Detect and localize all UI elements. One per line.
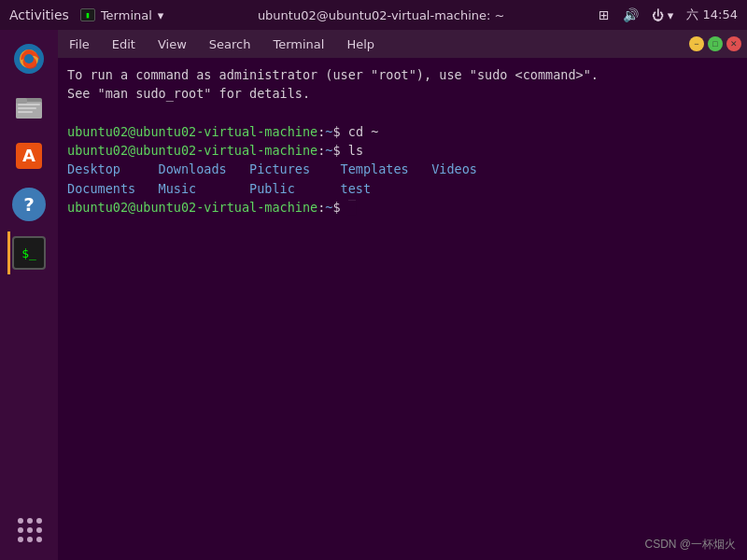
apps-grid-icon [12, 512, 46, 546]
sidebar-item-terminal[interactable]: $_ [7, 231, 50, 274]
topbar-left: Activities ▮ Terminal ▾ [9, 7, 163, 22]
sidebar-item-help[interactable]: ? [7, 183, 50, 226]
terminal-icon: $_ [12, 236, 46, 270]
watermark: CSDN @一杯烟火 [644, 536, 736, 553]
svg-rect-7 [18, 107, 36, 109]
window-maximize-button[interactable]: □ [708, 36, 723, 51]
window-close-button[interactable]: ✕ [726, 36, 741, 51]
terminal-window: File Edit View Search Terminal Help − □ … [58, 30, 747, 560]
cursor: █ [348, 200, 356, 215]
terminal-label: Terminal [101, 8, 152, 22]
window-minimize-button[interactable]: − [689, 36, 704, 51]
intro-line-1: To run a command as administrator (user … [67, 65, 738, 84]
topbar-right: ⊞ 🔊 ⏻ ▾ 六 14:54 [599, 7, 738, 23]
svg-rect-8 [18, 111, 33, 113]
volume-icon[interactable]: 🔊 [623, 7, 639, 22]
window-title: ubuntu02@ubuntu02-virtual-machine: ~ [258, 8, 505, 22]
terminal-menubar: File Edit View Search Terminal Help − □ … [58, 30, 747, 58]
sidebar-item-software[interactable]: A [7, 134, 50, 177]
menu-edit[interactable]: Edit [108, 35, 139, 53]
network-icon[interactable]: ⊞ [599, 7, 610, 22]
activities-button[interactable]: Activities [9, 7, 69, 22]
sidebar-item-firefox[interactable] [7, 37, 50, 80]
window-controls: − □ ✕ [689, 36, 741, 51]
svg-point-2 [24, 54, 34, 63]
ls-row1: Desktop Downloads Pictures Templates Vid… [67, 160, 738, 178]
ls-row2: Documents Music Public test [67, 179, 738, 198]
cmd1-line: ubuntu02@ubuntu02-virtual-machine:~$ cd … [67, 122, 738, 141]
intro-line-2: See "man sudo_root" for details. [67, 84, 738, 103]
topbar: Activities ▮ Terminal ▾ ubuntu02@ubuntu0… [0, 0, 747, 30]
power-icon[interactable]: ⏻ ▾ [652, 8, 674, 22]
sidebar: A ? $_ [0, 30, 58, 560]
svg-text:A: A [22, 146, 35, 165]
menu-search[interactable]: Search [205, 35, 255, 53]
clock: 六 14:54 [686, 7, 738, 23]
menu-view[interactable]: View [154, 35, 190, 53]
terminal-dropdown-icon[interactable]: ▾ [158, 8, 164, 22]
main-layout: A ? $_ File Edit V [0, 30, 747, 560]
sidebar-bottom [7, 508, 50, 560]
sidebar-item-files[interactable] [7, 86, 50, 129]
svg-rect-5 [16, 98, 27, 104]
menu-help[interactable]: Help [343, 35, 378, 53]
help-icon: ? [12, 188, 46, 221]
cmd3-line: ubuntu02@ubuntu02-virtual-machine:~$ █ [67, 198, 738, 217]
terminal-title-bar: ▮ Terminal ▾ [80, 8, 163, 22]
menu-file[interactable]: File [65, 35, 93, 53]
terminal-app-icon: ▮ [80, 8, 95, 21]
svg-rect-6 [18, 104, 40, 105]
terminal-content[interactable]: To run a command as administrator (user … [58, 58, 747, 560]
cmd2-line: ubuntu02@ubuntu02-virtual-machine:~$ ls [67, 141, 738, 160]
sidebar-item-apps[interactable] [7, 508, 50, 551]
menu-terminal[interactable]: Terminal [269, 35, 328, 53]
